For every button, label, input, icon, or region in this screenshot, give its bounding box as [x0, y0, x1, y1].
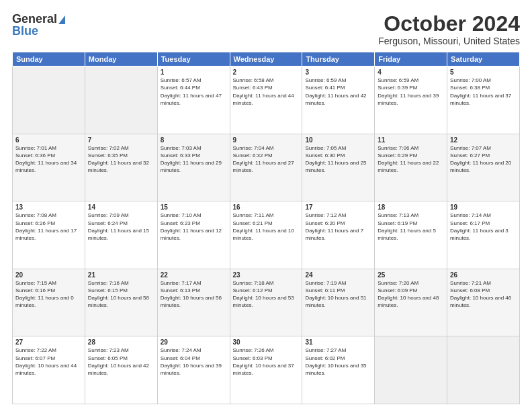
day-number: 17	[305, 203, 371, 211]
day-number: 5	[450, 68, 517, 76]
day-number: 31	[305, 338, 371, 346]
day-number: 24	[305, 271, 371, 279]
day-number: 3	[305, 68, 371, 76]
col-thursday: Thursday	[302, 52, 375, 66]
calendar-cell: 13Sunrise: 7:08 AMSunset: 6:26 PMDayligh…	[13, 201, 85, 269]
day-info: Sunrise: 7:19 AMSunset: 6:11 PMDaylight:…	[305, 279, 371, 310]
day-info: Sunrise: 7:15 AMSunset: 6:16 PMDaylight:…	[15, 279, 82, 310]
calendar-cell: 23Sunrise: 7:18 AMSunset: 6:12 PMDayligh…	[230, 269, 302, 336]
calendar-cell: 7Sunrise: 7:02 AMSunset: 6:35 PMDaylight…	[85, 134, 157, 201]
day-info: Sunrise: 7:02 AMSunset: 6:35 PMDaylight:…	[88, 144, 154, 175]
day-number: 19	[450, 203, 517, 211]
calendar-week-3: 13Sunrise: 7:08 AMSunset: 6:26 PMDayligh…	[13, 201, 520, 269]
calendar-week-4: 20Sunrise: 7:15 AMSunset: 6:16 PMDayligh…	[13, 269, 520, 336]
day-info: Sunrise: 7:10 AMSunset: 6:23 PMDaylight:…	[161, 212, 227, 242]
calendar-table: Sunday Monday Tuesday Wednesday Thursday…	[12, 52, 520, 404]
calendar-cell	[447, 336, 520, 404]
calendar-week-2: 6Sunrise: 7:01 AMSunset: 6:36 PMDaylight…	[13, 134, 520, 201]
day-info: Sunrise: 7:00 AMSunset: 6:38 PMDaylight:…	[450, 77, 517, 107]
day-info: Sunrise: 7:17 AMSunset: 6:13 PMDaylight:…	[161, 279, 227, 310]
calendar-cell	[85, 66, 157, 134]
day-number: 16	[233, 203, 300, 211]
day-info: Sunrise: 7:01 AMSunset: 6:36 PMDaylight:…	[15, 144, 82, 175]
page-header: General Blue October 2024 Ferguson, Miss…	[12, 12, 520, 46]
calendar-cell: 27Sunrise: 7:22 AMSunset: 6:07 PMDayligh…	[13, 336, 85, 404]
day-info: Sunrise: 7:23 AMSunset: 6:05 PMDaylight:…	[88, 347, 154, 377]
calendar-cell: 14Sunrise: 7:09 AMSunset: 6:24 PMDayligh…	[85, 201, 157, 269]
calendar-cell: 21Sunrise: 7:16 AMSunset: 6:15 PMDayligh…	[85, 269, 157, 336]
day-number: 11	[378, 136, 444, 144]
day-number: 26	[450, 271, 517, 279]
day-number: 14	[88, 203, 154, 211]
day-number: 8	[161, 136, 227, 144]
day-info: Sunrise: 7:12 AMSunset: 6:20 PMDaylight:…	[305, 212, 371, 242]
page-subtitle: Ferguson, Missouri, United States	[378, 36, 520, 46]
calendar-cell: 25Sunrise: 7:20 AMSunset: 6:09 PMDayligh…	[375, 269, 447, 336]
calendar-cell: 8Sunrise: 7:03 AMSunset: 6:33 PMDaylight…	[157, 134, 230, 201]
calendar-cell: 12Sunrise: 7:07 AMSunset: 6:27 PMDayligh…	[447, 134, 520, 201]
col-monday: Monday	[85, 52, 157, 66]
day-number: 7	[88, 136, 154, 144]
day-number: 2	[233, 68, 300, 76]
col-saturday: Saturday	[447, 52, 520, 66]
calendar-cell: 4Sunrise: 6:59 AMSunset: 6:39 PMDaylight…	[375, 66, 447, 134]
day-number: 28	[88, 338, 154, 346]
calendar-cell: 18Sunrise: 7:13 AMSunset: 6:19 PMDayligh…	[375, 201, 447, 269]
calendar-cell: 11Sunrise: 7:06 AMSunset: 6:29 PMDayligh…	[375, 134, 447, 201]
day-number: 29	[161, 338, 227, 346]
calendar-cell	[375, 336, 447, 404]
calendar-header-row: Sunday Monday Tuesday Wednesday Thursday…	[13, 52, 520, 66]
day-number: 27	[15, 338, 82, 346]
day-info: Sunrise: 7:21 AMSunset: 6:08 PMDaylight:…	[450, 279, 517, 310]
day-info: Sunrise: 7:11 AMSunset: 6:21 PMDaylight:…	[233, 212, 300, 242]
day-number: 22	[161, 271, 227, 279]
title-block: October 2024 Ferguson, Missouri, United …	[378, 12, 520, 46]
col-tuesday: Tuesday	[157, 52, 230, 66]
day-info: Sunrise: 7:27 AMSunset: 6:02 PMDaylight:…	[305, 347, 371, 377]
day-number: 30	[233, 338, 300, 346]
day-info: Sunrise: 7:03 AMSunset: 6:33 PMDaylight:…	[161, 144, 227, 175]
day-number: 21	[88, 271, 154, 279]
day-info: Sunrise: 7:18 AMSunset: 6:12 PMDaylight:…	[233, 279, 300, 310]
day-info: Sunrise: 7:13 AMSunset: 6:19 PMDaylight:…	[378, 212, 444, 242]
calendar-cell: 29Sunrise: 7:24 AMSunset: 6:04 PMDayligh…	[157, 336, 230, 404]
col-friday: Friday	[375, 52, 447, 66]
calendar-cell: 19Sunrise: 7:14 AMSunset: 6:17 PMDayligh…	[447, 201, 520, 269]
col-wednesday: Wednesday	[230, 52, 302, 66]
day-info: Sunrise: 7:09 AMSunset: 6:24 PMDaylight:…	[88, 212, 154, 242]
day-info: Sunrise: 6:58 AMSunset: 6:43 PMDaylight:…	[233, 77, 300, 107]
day-info: Sunrise: 7:06 AMSunset: 6:29 PMDaylight:…	[378, 144, 444, 175]
day-number: 18	[378, 203, 444, 211]
calendar-cell: 10Sunrise: 7:05 AMSunset: 6:30 PMDayligh…	[302, 134, 375, 201]
day-info: Sunrise: 7:07 AMSunset: 6:27 PMDaylight:…	[450, 144, 517, 175]
calendar-cell: 31Sunrise: 7:27 AMSunset: 6:02 PMDayligh…	[302, 336, 375, 404]
logo-text-blue: Blue	[12, 24, 38, 38]
calendar-cell: 16Sunrise: 7:11 AMSunset: 6:21 PMDayligh…	[230, 201, 302, 269]
day-info: Sunrise: 7:04 AMSunset: 6:32 PMDaylight:…	[233, 144, 300, 175]
calendar-cell: 9Sunrise: 7:04 AMSunset: 6:32 PMDaylight…	[230, 134, 302, 201]
day-number: 4	[378, 68, 444, 76]
calendar-cell: 3Sunrise: 6:59 AMSunset: 6:41 PMDaylight…	[302, 66, 375, 134]
calendar-cell: 26Sunrise: 7:21 AMSunset: 6:08 PMDayligh…	[447, 269, 520, 336]
calendar-cell: 22Sunrise: 7:17 AMSunset: 6:13 PMDayligh…	[157, 269, 230, 336]
day-info: Sunrise: 7:24 AMSunset: 6:04 PMDaylight:…	[161, 347, 227, 377]
logo: General Blue	[12, 12, 65, 38]
calendar-cell	[13, 66, 85, 134]
day-info: Sunrise: 7:22 AMSunset: 6:07 PMDaylight:…	[15, 347, 82, 377]
day-number: 1	[161, 68, 227, 76]
day-info: Sunrise: 7:16 AMSunset: 6:15 PMDaylight:…	[88, 279, 154, 310]
calendar-cell: 2Sunrise: 6:58 AMSunset: 6:43 PMDaylight…	[230, 66, 302, 134]
day-number: 6	[15, 136, 82, 144]
day-number: 10	[305, 136, 371, 144]
day-info: Sunrise: 7:26 AMSunset: 6:03 PMDaylight:…	[233, 347, 300, 377]
calendar-cell: 6Sunrise: 7:01 AMSunset: 6:36 PMDaylight…	[13, 134, 85, 201]
day-info: Sunrise: 7:20 AMSunset: 6:09 PMDaylight:…	[378, 279, 444, 310]
col-sunday: Sunday	[13, 52, 85, 66]
day-number: 15	[161, 203, 227, 211]
day-info: Sunrise: 7:08 AMSunset: 6:26 PMDaylight:…	[15, 212, 82, 242]
calendar-week-5: 27Sunrise: 7:22 AMSunset: 6:07 PMDayligh…	[13, 336, 520, 404]
calendar-cell: 1Sunrise: 6:57 AMSunset: 6:44 PMDaylight…	[157, 66, 230, 134]
day-info: Sunrise: 7:14 AMSunset: 6:17 PMDaylight:…	[450, 212, 517, 242]
day-info: Sunrise: 6:59 AMSunset: 6:41 PMDaylight:…	[305, 77, 371, 107]
calendar-cell: 24Sunrise: 7:19 AMSunset: 6:11 PMDayligh…	[302, 269, 375, 336]
